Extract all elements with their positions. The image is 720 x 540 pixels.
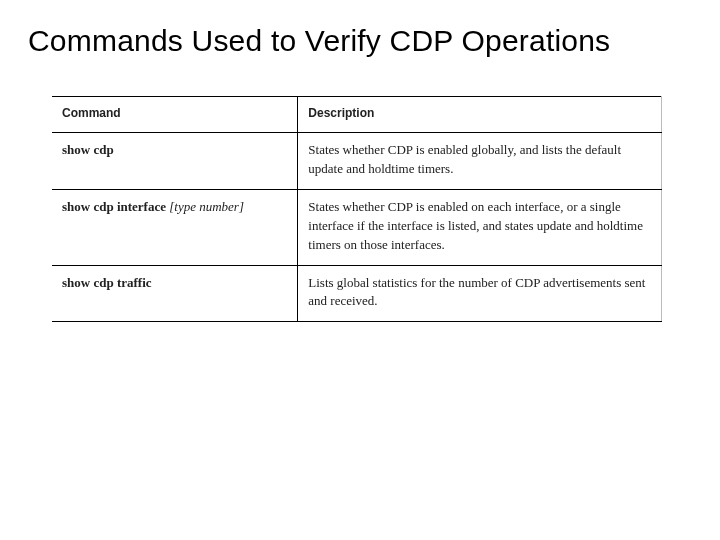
cell-command: show cdp interface [type number] [52,190,298,266]
command-name: show cdp [62,142,114,157]
table-row: show cdp traffic Lists global statistics… [52,265,662,322]
table-row: show cdp States whether CDP is enabled g… [52,133,662,190]
table-row: show cdp interface [type number] States … [52,190,662,266]
col-header-description: Description [298,97,662,133]
cell-command: show cdp traffic [52,265,298,322]
command-name: show cdp traffic [62,275,152,290]
table-header-row: Command Description [52,97,662,133]
cell-command: show cdp [52,133,298,190]
cell-description: Lists global statistics for the number o… [298,265,662,322]
command-arg: [type number] [166,199,244,214]
cell-description: States whether CDP is enabled globally, … [298,133,662,190]
slide: Commands Used to Verify CDP Operations C… [0,0,720,540]
command-name: show cdp interface [62,199,166,214]
page-title: Commands Used to Verify CDP Operations [28,24,692,58]
col-header-command: Command [52,97,298,133]
commands-table: Command Description show cdp States whet… [52,96,662,322]
cell-description: States whether CDP is enabled on each in… [298,190,662,266]
